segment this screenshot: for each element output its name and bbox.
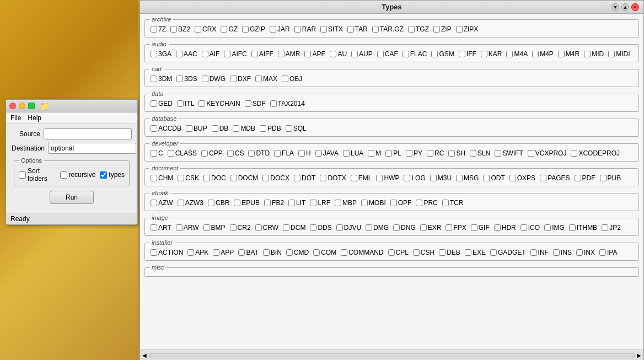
sort-folders-checkbox[interactable] [19,171,26,179]
label-SLN[interactable]: SLN [477,149,490,157]
label-TAR.GZ[interactable]: TAR.GZ [380,25,404,33]
label-DCM[interactable]: DCM [291,224,305,232]
label-JAR[interactable]: JAR [277,25,290,33]
checkbox-PAGES[interactable] [540,175,546,181]
help-menu[interactable]: Help [28,114,41,122]
source-input[interactable] [44,128,132,139]
checkbox-DXF[interactable] [230,76,237,82]
checkbox-DWG[interactable] [202,76,208,82]
sort-folders-label[interactable]: Sort folders [19,167,56,182]
checkbox-KEYCHAIN[interactable] [198,100,205,107]
checkbox-MOBI[interactable] [361,200,368,206]
checkbox-AIFC[interactable] [224,51,230,57]
label-FLAC[interactable]: FLAC [410,50,427,58]
checkbox-IPA[interactable] [599,249,606,256]
label-CSK[interactable]: CSK [185,174,199,182]
h-scrollbar[interactable] [149,353,635,358]
checkbox-EML[interactable] [351,175,357,181]
label-RAR[interactable]: RAR [302,25,316,33]
label-SITX[interactable]: SITX [328,25,343,33]
label-PL[interactable]: PL [393,149,401,157]
label-DWG[interactable]: DWG [210,75,226,83]
checkbox-BMP[interactable] [203,224,210,231]
recursive-checkbox[interactable] [60,171,67,179]
label-JP2[interactable]: JP2 [609,224,621,232]
checkbox-M[interactable] [368,150,374,157]
checkbox-PL[interactable] [385,150,392,157]
checkbox-INX[interactable] [576,249,583,256]
checkbox-GADGET[interactable] [490,249,497,256]
checkbox-CR2[interactable] [230,224,237,231]
label-DOCM[interactable]: DOCM [238,174,259,182]
types-label[interactable]: types [100,171,125,179]
checkbox-ART[interactable] [151,224,157,231]
checkbox-EXR[interactable] [420,224,427,231]
checkbox-AZW3[interactable] [178,200,184,206]
checkbox-AU[interactable] [330,51,336,57]
label-CLASS[interactable]: CLASS [175,149,197,157]
checkbox-ACTION[interactable] [151,249,157,256]
checkbox-CSH[interactable] [413,249,420,256]
label-ZIP[interactable]: ZIP [441,25,452,33]
label-C[interactable]: C [158,149,163,157]
checkbox-SQL[interactable] [286,125,292,132]
checkbox-HDR[interactable] [494,224,501,231]
label-TGZ[interactable]: TGZ [416,25,429,33]
label-RC[interactable]: RC [434,149,444,157]
checkbox-IFF[interactable] [459,51,465,57]
checkbox-ARW[interactable] [176,224,183,231]
label-INS[interactable]: INS [561,249,572,256]
checkbox-LRF[interactable] [310,200,316,206]
checkbox-CPP[interactable] [201,150,208,157]
main-close-button[interactable]: ✕ [631,3,639,11]
scroll-right-icon[interactable]: ▶ [637,352,641,358]
checkbox-AIF[interactable] [202,51,208,57]
label-DXF[interactable]: DXF [238,75,251,83]
label-ODT[interactable]: ODT [491,174,505,182]
checkbox-MAX[interactable] [255,76,262,82]
checkbox-SH[interactable] [448,150,455,157]
label-SQL[interactable]: SQL [293,125,307,132]
label-3DM[interactable]: 3DM [158,75,172,83]
checkbox-C[interactable] [151,150,157,157]
label-DTD[interactable]: DTD [256,149,270,157]
checkbox-BIN[interactable] [263,249,270,256]
checkbox-3DS[interactable] [176,76,183,82]
label-AAC[interactable]: AAC [184,50,197,58]
checkbox-DMG[interactable] [366,224,372,231]
checkbox-ICO[interactable] [520,224,527,231]
checkbox-JP2[interactable] [602,224,608,231]
checkbox-APK[interactable] [187,249,194,256]
label-AZW3[interactable]: AZW3 [185,199,203,207]
checkbox-M4R[interactable] [558,51,565,57]
checkbox-XCODEPROJ[interactable] [571,150,577,157]
checkbox-BZ2[interactable] [170,26,177,33]
label-PAGES[interactable]: PAGES [548,174,570,182]
checkbox-DOC[interactable] [203,175,210,181]
label-CBR[interactable]: CBR [216,199,229,207]
label-H[interactable]: H [306,149,311,157]
label-GSM[interactable]: GSM [439,50,454,58]
checkbox-MDB[interactable] [233,125,239,132]
checkbox-CRW[interactable] [255,224,262,231]
label-AIFF[interactable]: AIFF [259,50,273,58]
checkbox-AZW[interactable] [151,200,157,206]
label-ZIPX[interactable]: ZIPX [464,25,479,33]
label-MDB[interactable]: MDB [240,125,255,132]
label-BZ2[interactable]: BZ2 [178,25,190,33]
label-LIT[interactable]: LIT [296,199,305,207]
checkbox-ACCDB[interactable] [151,125,157,132]
checkbox-M3U[interactable] [430,175,437,181]
checkbox-3GA[interactable] [151,51,157,57]
label-PY[interactable]: PY [414,149,422,157]
checkbox-M4P[interactable] [532,51,539,57]
label-OXPS[interactable]: OXPS [517,174,535,182]
checkbox-DOCX[interactable] [262,175,269,181]
label-DOT[interactable]: DOT [302,174,315,182]
label-HWP[interactable]: HWP [384,174,399,182]
label-MID[interactable]: MID [592,50,604,58]
checkbox-MSG[interactable] [456,175,463,181]
label-EPUB[interactable]: EPUB [242,199,260,207]
label-MAX[interactable]: MAX [263,75,277,83]
label-CHM[interactable]: CHM [158,174,173,182]
